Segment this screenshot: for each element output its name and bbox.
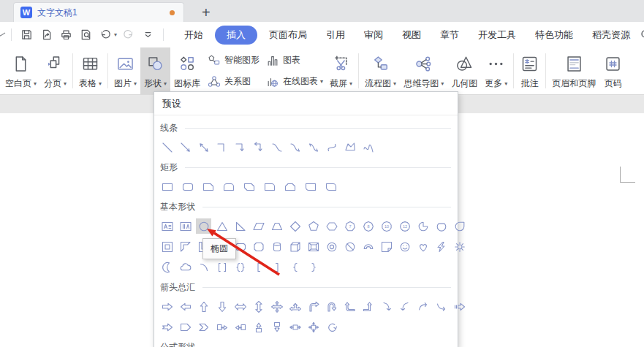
shape-circular-arrow[interactable] [324,319,339,335]
shape-elbow-arrow[interactable] [232,140,248,155]
shape-freeform[interactable] [342,140,357,155]
shape-chevron-arrow[interactable] [196,319,211,335]
shape-curved-down-arrow[interactable] [433,299,449,314]
shape-hexagon[interactable] [324,218,339,234]
smart-graphic-button[interactable]: 智能图形 [207,50,260,71]
ribbon-tab-插入[interactable]: 插入 [215,26,257,45]
shape-right-brace[interactable] [306,259,321,275]
shape-arc[interactable] [196,259,211,275]
shape-line[interactable] [159,140,175,155]
shape-s-curve[interactable] [324,140,339,155]
shape-left-right-up-arrow[interactable] [287,299,303,314]
geometry-button[interactable]: 几何图 [447,47,481,94]
shape-round-diagonal[interactable] [323,179,338,194]
shapes-button[interactable]: 形状▾ [140,47,170,94]
shape-donut[interactable] [324,239,339,254]
shape-snip-single-corner[interactable] [200,179,216,194]
shape-left-arrow[interactable] [178,299,193,314]
print-button[interactable] [56,26,76,44]
shape-curved-up-arrow[interactable] [415,299,431,314]
shape-u-turn-arrow[interactable] [324,299,339,314]
export-pdf-button[interactable] [37,26,56,44]
shape-plaque[interactable] [251,239,266,254]
shape-left-brace[interactable] [287,259,303,275]
icon-library-button[interactable]: 图标库 [170,47,204,94]
shape-right-arrow[interactable] [159,299,175,314]
shape-curved-left-arrow[interactable] [397,299,412,314]
shape-cloud[interactable] [178,259,193,275]
more-button[interactable]: 更多▾ [481,47,511,94]
shape-block-arc[interactable] [360,239,376,254]
toolbar-more-button[interactable] [138,26,158,44]
shape-bevel[interactable] [306,239,321,254]
shape-isosceles-triangle[interactable] [214,218,230,234]
shape-pentagon[interactable] [306,218,321,234]
shape-snip-diagonal[interactable] [241,179,257,194]
shape-elbow[interactable] [214,140,230,155]
shape-down-arrow[interactable] [214,299,230,314]
flowchart-button[interactable]: 流程图▾ [361,47,400,94]
shape-double-brace[interactable] [232,259,248,275]
shape-double-arrow[interactable] [196,140,211,155]
shape-up-arrow-callout[interactable] [251,319,266,335]
shape-snip-same-side[interactable] [282,179,298,194]
shape-double-bracket[interactable] [214,259,230,275]
shape-half-round[interactable] [303,179,318,194]
header-footer-button[interactable]: 页眉和页脚 [548,47,599,94]
shape-pentagon-arrow[interactable] [178,319,193,335]
shape-down-arrow-callout[interactable] [269,319,284,335]
shape-left-arrow-callout[interactable] [232,319,248,335]
shape-bent-up-arrow[interactable] [360,299,376,314]
shape-frame[interactable] [159,239,175,254]
shape-dodecagon[interactable]: 12 [397,218,412,234]
table-button[interactable]: 表格▾ [75,47,105,94]
ribbon-tab-视图[interactable]: 视图 [393,26,431,45]
shape-right-arrow-callout[interactable] [214,319,230,335]
shape-bent-arrow[interactable] [306,299,321,314]
shape-decagon[interactable]: 10 [379,218,394,234]
ribbon-tab-特色功能[interactable]: 特色功能 [526,26,583,45]
shape-left-right-arrow-callout[interactable] [287,319,303,335]
page-break-button[interactable]: 分页▾ [40,47,70,94]
shape-notched-right-arrow[interactable] [159,319,175,335]
shape-striped-right-arrow[interactable] [452,299,467,314]
caret-down-icon[interactable]: ▾ [114,31,117,38]
ribbon-tab-页面布局[interactable]: 页面布局 [260,26,317,45]
shape-curved-double-arrow[interactable] [306,140,321,155]
shape-no-symbol[interactable] [342,239,357,254]
shape-moon[interactable] [159,259,175,275]
shape-pie[interactable] [415,218,431,234]
new-tab-button[interactable]: + [202,5,211,20]
document-tab[interactable]: W 文字文稿1 [13,2,184,22]
relation-diagram-button[interactable]: 关系图 [207,71,260,92]
redo-button[interactable] [118,26,138,44]
screenshot-button[interactable]: 截屏▾ [326,47,356,94]
shape-round-single-corner[interactable] [262,179,277,194]
shape-text-box[interactable] [159,218,175,234]
shape-right-bracket[interactable] [269,259,284,275]
print-preview-button[interactable] [76,26,96,44]
shape-parallelogram[interactable] [251,218,266,234]
shape-half-frame[interactable] [178,239,193,254]
ribbon-tab-章节[interactable]: 章节 [431,26,469,45]
shape-rounded-rectangle[interactable] [180,179,195,194]
shape-diamond[interactable] [287,218,303,234]
shape-round-same-side[interactable] [221,179,236,194]
chart-button[interactable]: 图表 [265,50,323,71]
shape-scribble[interactable] [360,140,376,155]
shape-folded-corner[interactable] [379,239,394,254]
shape-cube[interactable] [287,239,303,254]
shape-quad-arrow[interactable] [269,299,284,314]
shape-up-arrow[interactable] [196,299,211,314]
ribbon-tab-开始[interactable]: 开始 [175,26,213,45]
page-number-button[interactable]: 页码 [599,47,626,94]
shape-left-up-arrow[interactable] [342,299,357,314]
save-button[interactable] [17,26,37,44]
shape-lightning[interactable] [433,239,449,254]
shape-right-triangle[interactable] [232,218,248,234]
shape-curved-arrow[interactable] [287,140,303,155]
shape-teardrop[interactable] [452,218,467,234]
ribbon-tab-稻壳资源[interactable]: 稻壳资源 [583,26,640,45]
shape-quad-arrow-callout[interactable] [306,319,321,335]
shape-sun[interactable] [452,239,467,254]
